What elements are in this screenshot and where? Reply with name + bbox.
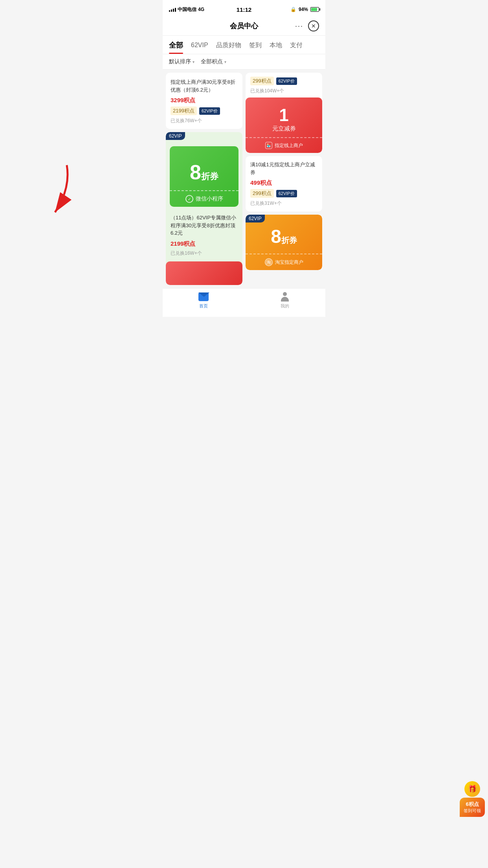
coupon2-platform: 微信小程序 — [196, 195, 223, 202]
home-icon — [198, 292, 209, 302]
coupon-red-main: 1 元立减券 — [246, 97, 322, 137]
left-column: 指定线上商户满30元享受8折优惠（封顶6.2元） 3299积点 2199积点 6… — [166, 73, 242, 285]
product-card-3-top[interactable]: 299积点 62VIP价 已兑换104W+个 1 元立减券 🏪 指定线上商户 — [246, 73, 322, 153]
card3-points-original: 499积点 — [250, 179, 317, 187]
person-icon — [280, 292, 290, 302]
coupon2-number: 8 — [190, 161, 201, 184]
card2-info: （11点场）62VIP专属微信小程序满30元享受8折优惠封顶6.2元 2199积… — [166, 210, 242, 261]
app-container: 中国电信 4G 11:12 🔒 94% 会员中心 ··· ✕ 全部 62VIP — [163, 0, 325, 317]
nav-home[interactable]: 首页 — [163, 292, 244, 309]
coupon3-unit: 元立减券 — [249, 125, 319, 132]
filter-bar: 默认排序 ▾ 全部积点 ▾ — [163, 54, 325, 70]
close-button[interactable]: ✕ — [308, 20, 319, 31]
card3-vip-row: 299积点 62VIP价 — [250, 77, 317, 85]
card3-points-badge: 299积点 — [250, 77, 274, 85]
card1-points-original: 3299积点 — [171, 97, 238, 104]
product-card-2[interactable]: 62VIP 8折券 ✓ 微信小程序 （11点场）62VIP专属微信小 — [166, 132, 242, 285]
mine-icon — [280, 292, 290, 302]
coupon4-number: 8 — [271, 226, 281, 247]
card3-exchanged1: 已兑换104W+个 — [250, 88, 317, 94]
coupon3-number: 1 — [249, 105, 319, 125]
store-icon: 🏪 — [265, 142, 272, 149]
card3-vip-price: 62VIP价 — [276, 77, 297, 85]
coupon-red-bottom: 🏪 指定线上商户 — [246, 137, 322, 153]
card4-vip-tag: 62VIP — [246, 215, 265, 223]
product-card-4[interactable]: 62VIP 8折券 淘 淘宝指定商户 — [246, 215, 322, 270]
sort-arrow-icon: ▾ — [193, 60, 194, 64]
coupon3-platform: 指定线上商户 — [275, 142, 303, 149]
nav-mine[interactable]: 我的 — [244, 292, 325, 309]
card1-points-reduced: 2199积点 — [171, 107, 197, 115]
tab-quality[interactable]: 品质好物 — [216, 37, 241, 53]
coupon-orange-bottom: 淘 淘宝指定商户 — [246, 254, 322, 270]
tab-local[interactable]: 本地 — [270, 37, 282, 53]
sort-label: 默认排序 — [169, 58, 191, 65]
lock-icon: 🔒 — [290, 7, 296, 12]
mine-label: 我的 — [281, 303, 289, 309]
tab-pay[interactable]: 支付 — [290, 37, 303, 53]
tab-nav: 全部 62VIP 品质好物 签到 本地 支付 — [163, 36, 325, 54]
coupon-green-bottom: ✓ 微信小程序 — [174, 191, 234, 207]
card3-desc: 满10减1元指定线上商户立减券 — [250, 161, 317, 176]
red-partial-card[interactable] — [166, 261, 242, 285]
coupon-green-main: 8折券 — [174, 154, 234, 190]
page-title: 会员中心 — [230, 21, 258, 31]
card1-exchanged: 已兑换76W+个 — [171, 118, 238, 124]
card2-exchanged: 已兑换16W+个 — [171, 250, 238, 257]
wechat-icon: ✓ — [185, 195, 193, 203]
card3-vip-label: 62VIP价 — [276, 190, 297, 197]
points-filter[interactable]: 全部积点 ▾ — [201, 58, 226, 65]
products-grid: 指定线上商户满30元享受8折优惠（封顶6.2元） 3299积点 2199积点 6… — [163, 73, 325, 288]
carrier-label: 中国电信 — [178, 6, 196, 13]
right-column: 299积点 62VIP价 已兑换104W+个 1 元立减券 🏪 指定线上商户 — [246, 73, 322, 285]
points-label: 全部积点 — [201, 58, 223, 65]
header: 会员中心 ··· ✕ — [163, 17, 325, 36]
header-actions: ··· ✕ — [295, 20, 319, 31]
card1-desc: 指定线上商户满30元享受8折优惠（封顶6.2元） — [171, 78, 238, 94]
card3-points-reduced: 299积点 — [250, 189, 274, 198]
coupon4-unit: 折券 — [281, 236, 297, 245]
card3-top-info: 299积点 62VIP价 已兑换104W+个 — [246, 73, 322, 97]
network-label: 4G — [198, 7, 204, 12]
tab-62vip[interactable]: 62VIP — [191, 37, 208, 53]
tab-signin[interactable]: 签到 — [249, 37, 262, 53]
card3-exchanged2: 已兑换31W+个 — [250, 200, 317, 207]
sort-filter[interactable]: 默认排序 ▾ — [169, 58, 194, 65]
battery-icon — [310, 7, 319, 12]
taobao-icon: 淘 — [265, 258, 273, 266]
card1-vip-row: 2199积点 62VIP价 — [171, 107, 238, 115]
time-label: 11:12 — [237, 6, 251, 13]
bottom-nav: 首页 我的 — [163, 288, 325, 317]
status-right: 🔒 94% — [290, 7, 319, 12]
card1-vip-badge: 62VIP价 — [199, 107, 220, 115]
coupon2-unit: 折券 — [201, 171, 218, 181]
card3-vip-row2: 299积点 62VIP价 — [250, 189, 317, 198]
coupon4-platform: 淘宝指定商户 — [275, 259, 303, 266]
more-button[interactable]: ··· — [295, 22, 303, 30]
signal-icon — [169, 7, 176, 12]
card2-points: 2199积点 — [171, 240, 238, 248]
points-arrow-icon: ▾ — [224, 60, 226, 64]
status-left: 中国电信 4G — [169, 6, 204, 13]
coupon-red: 1 元立减券 🏪 指定线上商户 — [246, 97, 322, 153]
card2-vip-tag: 62VIP — [166, 132, 185, 140]
product-card-3-info[interactable]: 满10减1元指定线上商户立减券 499积点 299积点 62VIP价 已兑换31… — [246, 156, 322, 211]
tab-all[interactable]: 全部 — [169, 36, 183, 54]
battery-percent: 94% — [299, 7, 308, 12]
coupon-orange: 8折券 淘 淘宝指定商户 — [246, 215, 322, 270]
home-label: 首页 — [199, 303, 208, 309]
status-bar: 中国电信 4G 11:12 🔒 94% — [163, 0, 325, 17]
coupon-green: 8折券 ✓ 微信小程序 — [170, 146, 238, 207]
card2-desc: （11点场）62VIP专属微信小程序满30元享受8折优惠封顶6.2元 — [171, 214, 238, 237]
product-card-1[interactable]: 指定线上商户满30元享受8折优惠（封顶6.2元） 3299积点 2199积点 6… — [166, 73, 242, 129]
envelope-icon — [198, 292, 209, 301]
